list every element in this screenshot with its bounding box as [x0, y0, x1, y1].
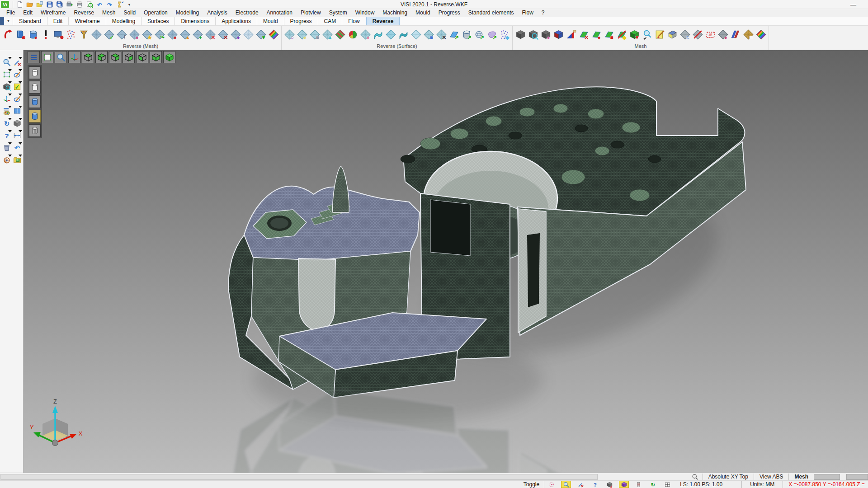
sketch-circle-icon[interactable] — [12, 69, 22, 80]
view-shaded-icon[interactable] — [163, 51, 175, 63]
menu-item-system[interactable]: System — [325, 9, 351, 17]
view-isometric-icon[interactable] — [82, 51, 94, 63]
menu-item-electrode[interactable]: Electrode — [231, 9, 263, 17]
tab-cam[interactable]: CAM — [318, 17, 343, 25]
cylinder-fit-icon[interactable]: ↗ — [461, 28, 472, 41]
mesh-texture-page-icon[interactable]: ■ — [742, 28, 754, 41]
zoom-dynamic-icon[interactable] — [1, 57, 12, 68]
layers-colors-icon[interactable] — [1, 106, 12, 117]
mesh-mark-point-icon[interactable]: ● — [590, 28, 602, 41]
redo-icon[interactable]: ↷ — [105, 0, 114, 9]
mesh-inspect-icon[interactable] — [527, 28, 539, 41]
snap-vertex-icon[interactable]: ▲ — [604, 481, 614, 488]
mesh-curvature-icon[interactable]: ≈ — [679, 28, 691, 41]
undo-icon[interactable]: ↶ — [95, 0, 104, 9]
scroll-thumb[interactable] — [814, 474, 840, 480]
snap-center-icon[interactable] — [547, 481, 557, 488]
surface-strips-icon[interactable] — [334, 28, 346, 41]
tab-wireframe[interactable]: Wireframe — [69, 17, 106, 25]
tab-standard[interactable]: Standard — [13, 17, 47, 25]
surface-fit-icon[interactable]: ■ — [309, 28, 321, 41]
mesh-rebuild-icon[interactable]: ● — [166, 28, 178, 41]
mesh-process-icon[interactable]: ● — [540, 28, 552, 41]
point-cloud-sampling-icon[interactable] — [78, 28, 90, 41]
menu-item-flow[interactable]: Flow — [518, 9, 538, 17]
save-all-icon[interactable] — [55, 0, 64, 9]
menu-item-mesh[interactable]: Mesh — [98, 9, 119, 17]
menu-item-window[interactable]: Window — [351, 9, 379, 17]
tab-mould[interactable]: Mould — [257, 17, 284, 25]
mesh-wedge-icon[interactable] — [666, 28, 678, 41]
filter-solid-cylinder-icon[interactable] — [29, 95, 41, 108]
menu-item-progress[interactable]: Progress — [434, 9, 464, 17]
menu-item-file[interactable]: File — [2, 9, 19, 17]
history-icon[interactable]: ↶ — [115, 0, 124, 9]
mesh-delete-icon[interactable]: ✕ — [204, 28, 216, 41]
mesh-reduce-icon[interactable]: ★ — [141, 28, 153, 41]
help-query-icon[interactable]: ? — [1, 130, 12, 141]
new-document-icon[interactable] — [15, 0, 24, 9]
scroll-thumb[interactable] — [846, 474, 868, 480]
reverse-undo-icon[interactable] — [2, 28, 14, 41]
view-mode-indicator[interactable]: View ABS — [754, 473, 788, 481]
menu-item-solid[interactable]: Solid — [119, 9, 140, 17]
toggle-label[interactable]: Toggle — [524, 481, 539, 488]
surface-grid-icon[interactable]: ▲ — [321, 28, 333, 41]
mesh-bbox-icon[interactable] — [704, 28, 716, 41]
open-project-icon[interactable] — [35, 0, 44, 9]
open-file-icon[interactable] — [25, 0, 34, 9]
delete-icon[interactable] — [1, 142, 12, 153]
mesh-panels-icon[interactable] — [730, 28, 741, 41]
menu-item-edit[interactable]: Edit — [19, 9, 37, 17]
horizontal-scrollbar[interactable] — [0, 474, 598, 480]
menu-item-standard-elements[interactable]: Standard elements — [464, 9, 518, 17]
surface-extend-icon[interactable]: ↗ — [448, 28, 460, 41]
surface-sphere-fit-icon[interactable] — [347, 28, 359, 41]
mesh-mode-indicator[interactable]: Mesh — [789, 473, 814, 481]
normals-flip-icon[interactable] — [565, 28, 577, 41]
scale-indicator[interactable]: LS: 1.00 PS: 1.00 — [675, 481, 728, 488]
freeform-fit-icon[interactable]: ↗ — [486, 28, 498, 41]
mesh-cube-icon[interactable] — [514, 28, 526, 41]
view-back-icon[interactable] — [150, 51, 162, 63]
surface-texture-icon[interactable]: ■ — [423, 28, 434, 41]
tab-overflow-caret[interactable]: ▼ — [4, 17, 13, 25]
tab-surfaces[interactable]: Surfaces — [142, 17, 175, 25]
zoom-mode-icon[interactable] — [561, 481, 571, 488]
filter-wire-cylinder-icon[interactable] — [29, 66, 41, 79]
mesh-color-map-icon[interactable] — [268, 28, 279, 41]
mesh-check-remove-icon[interactable]: ✕ — [578, 28, 590, 41]
mesh-add-icon[interactable]: + — [192, 28, 203, 41]
confirm-icon[interactable]: ✓ — [12, 81, 22, 92]
menu-item-annotation[interactable]: Annotation — [263, 9, 297, 17]
mesh-mark-region-icon[interactable]: ■ — [603, 28, 615, 41]
surface-point-edit-icon[interactable]: ● — [359, 28, 371, 41]
pick-inspect-icon[interactable] — [641, 28, 653, 41]
view-top-icon[interactable] — [95, 51, 108, 63]
sphere-fit-icon[interactable]: ↗ — [473, 28, 485, 41]
mesh-from-cloud-icon[interactable] — [90, 28, 102, 41]
menu-item-wireframe[interactable]: Wireframe — [37, 9, 70, 17]
solid-snap-icon[interactable] — [619, 481, 629, 488]
save-icon[interactable] — [45, 0, 54, 9]
tab-flow[interactable]: Flow — [342, 17, 366, 25]
menu-item-analysis[interactable]: Analysis — [203, 9, 231, 17]
selection-box-icon[interactable] — [1, 69, 12, 80]
tab-dimensions[interactable]: Dimensions — [175, 17, 216, 25]
mesh-drop-icon[interactable]: ▼ — [255, 28, 267, 41]
surface-mesh-icon[interactable] — [385, 28, 396, 41]
edit-entity-icon[interactable] — [12, 57, 22, 68]
print-icon[interactable] — [75, 0, 84, 9]
tab-applications[interactable]: Applications — [216, 17, 257, 25]
mesh-delete-free-icon[interactable]: ✕ — [217, 28, 229, 41]
surface-plane-icon[interactable] — [410, 28, 422, 41]
workplane-icon[interactable] — [1, 94, 12, 104]
surface-loft-icon[interactable] — [397, 28, 409, 41]
mesh-paint-icon[interactable]: ● — [230, 28, 241, 41]
zoom-dynamic-icon[interactable] — [55, 51, 67, 63]
open-mesh-archive-icon[interactable]: ● — [14, 28, 26, 41]
menu-item-?[interactable]: ? — [538, 9, 549, 17]
mesh-edit-icon[interactable]: ▲ — [179, 28, 191, 41]
dynamic-rotation-icon[interactable]: ↻ — [648, 481, 658, 488]
units-indicator[interactable]: Units: MM — [742, 481, 783, 488]
